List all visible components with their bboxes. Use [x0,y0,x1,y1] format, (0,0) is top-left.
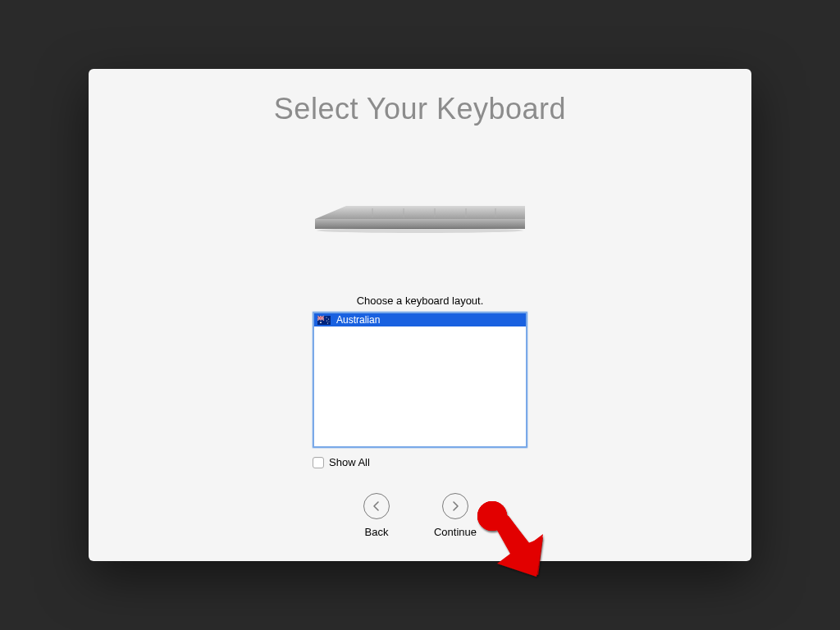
back-button[interactable]: Back [363,493,390,538]
page-title: Select Your Keyboard [274,92,566,126]
continue-label: Continue [434,526,477,538]
svg-point-15 [329,321,330,322]
svg-point-12 [328,318,329,319]
keyboard-illustration [313,204,527,235]
setup-assistant-window: Select Your Keyboard [89,69,751,561]
svg-point-14 [327,322,328,323]
svg-marker-19 [505,537,543,575]
keyboard-layout-listbox[interactable]: Australian [313,312,527,448]
arrow-right-icon [442,493,468,519]
show-all-label: Show All [329,456,370,468]
list-item-label: Australian [336,314,380,326]
svg-point-13 [326,320,327,321]
back-label: Back [365,526,389,538]
svg-point-11 [326,317,326,317]
show-all-checkbox[interactable] [313,457,324,468]
svg-marker-1 [315,219,525,229]
continue-button[interactable]: Continue [434,493,477,538]
show-all-row: Show All [313,456,527,468]
svg-point-2 [317,228,523,233]
list-item[interactable]: Australian [314,313,526,326]
svg-marker-18 [504,539,540,573]
arrow-left-icon [363,493,390,519]
svg-point-10 [320,322,322,323]
svg-marker-0 [315,206,525,219]
nav-buttons: Back Continue [313,493,527,538]
flag-icon-au [317,316,331,325]
instruction-label: Choose a keyboard layout. [357,294,484,307]
